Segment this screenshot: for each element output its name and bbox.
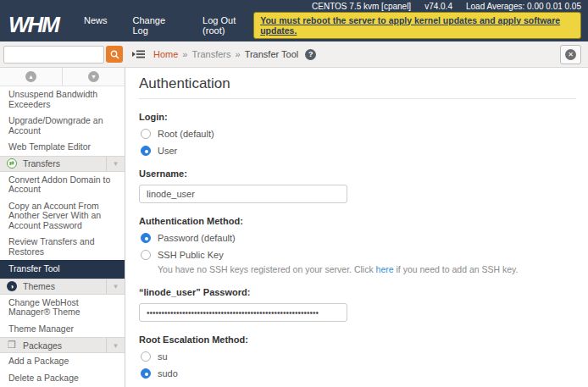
sidebar-item-theme-manager[interactable]: Theme Manager xyxy=(0,321,125,338)
sidebar-item-transfer-tool[interactable]: Transfer Tool xyxy=(0,260,125,279)
sidebar-section-transfers[interactable]: ⇄ Transfers ▾ xyxy=(0,156,125,172)
chevron-down-icon: ▼ xyxy=(88,71,99,82)
top-header: CENTOS 7.5 kvm [cpanel] v74.0.4 Load Ave… xyxy=(0,0,588,41)
nav-log-out[interactable]: Log Out (root) xyxy=(202,15,253,36)
section-divider xyxy=(139,98,576,99)
login-label: Login: xyxy=(139,112,576,122)
reboot-warning-banner[interactable]: You must reboot the server to apply kern… xyxy=(253,12,581,39)
breadcrumb-current: Transfer Tool xyxy=(245,49,299,59)
search-input[interactable] xyxy=(3,46,104,64)
sidebar-item-copy-account[interactable]: Copy an Account From Another Server With… xyxy=(0,198,125,235)
sidebar-item-web-template-editor[interactable]: Web Template Editor xyxy=(0,139,125,156)
ssh-keys-note: You have no SSH keys registered on your … xyxy=(158,264,576,274)
sidebar-item-delete-a-package[interactable]: Delete a Package xyxy=(0,370,125,387)
root-escalation-label: Root Escalation Method: xyxy=(139,334,576,345)
radio-unselected-icon[interactable] xyxy=(141,351,151,362)
add-ssh-key-link[interactable]: here xyxy=(376,264,394,274)
auth-method-label: Authentication Method: xyxy=(139,216,576,226)
sidebar-scroll-up-button[interactable]: ▲ xyxy=(0,68,63,86)
breadcrumb-home[interactable]: Home xyxy=(153,49,178,59)
header-nav: News Change Log Log Out (root) xyxy=(84,15,253,36)
main-panel: Authentication Login: Root (default) Use… xyxy=(125,68,588,387)
breadcrumb-separator: » xyxy=(182,49,187,59)
radio-unselected-icon[interactable] xyxy=(141,129,151,139)
password-input[interactable] xyxy=(139,303,347,322)
method-password-option[interactable]: Password (default) xyxy=(141,233,576,243)
sidebar-item-add-a-package[interactable]: Add a Package xyxy=(0,353,125,370)
whm-version: v74.0.4 xyxy=(424,2,452,12)
search-button[interactable] xyxy=(106,46,123,63)
sidebar-item-unsuspend-bandwidth[interactable]: Unsuspend Bandwidth Exceeders xyxy=(0,86,125,113)
packages-icon: ❒ xyxy=(7,340,17,351)
chevron-up-icon: ▲ xyxy=(25,71,36,82)
nav-change-log[interactable]: Change Log xyxy=(133,15,178,36)
radio-selected-icon[interactable] xyxy=(141,233,151,243)
authentication-title: Authentication xyxy=(139,75,576,92)
nav-news[interactable]: News xyxy=(84,15,108,36)
sidebar-scroll-down-button[interactable]: ▼ xyxy=(63,68,125,86)
login-user-option[interactable]: User xyxy=(141,146,576,156)
help-icon[interactable]: ? xyxy=(305,49,316,60)
server-info-bar: CENTOS 7.5 kvm [cpanel] v74.0.4 Load Ave… xyxy=(0,0,588,12)
close-page-button[interactable]: ✕ xyxy=(560,45,581,64)
themes-icon: ◑ xyxy=(7,281,17,291)
breadcrumb-separator: » xyxy=(236,49,241,59)
method-ssh-option[interactable]: SSH Public Key xyxy=(141,250,576,260)
sidebar: ▲ ▼ Unsuspend Bandwidth Exceeders Upgrad… xyxy=(0,68,125,387)
search-icon xyxy=(110,50,119,59)
radio-unselected-icon[interactable] xyxy=(141,250,151,260)
radio-selected-icon[interactable] xyxy=(141,368,151,379)
chevron-down-icon[interactable]: ▾ xyxy=(106,338,125,352)
breadcrumb-bar: Home » Transfers » Transfer Tool ? ✕ xyxy=(0,41,588,68)
username-input[interactable] xyxy=(139,185,347,203)
sidebar-item-upgrade-downgrade[interactable]: Upgrade/Downgrade an Account xyxy=(0,113,125,139)
username-label: Username: xyxy=(139,169,576,179)
transfers-icon: ⇄ xyxy=(7,158,17,169)
escalation-su-option[interactable]: su xyxy=(141,351,576,362)
chevron-down-icon[interactable]: ▾ xyxy=(106,157,125,171)
collapse-sidebar-icon[interactable] xyxy=(132,49,145,59)
sidebar-item-convert-addon-domain[interactable]: Convert Addon Domain to Account xyxy=(0,172,125,198)
chevron-down-icon[interactable]: ▾ xyxy=(106,279,125,294)
load-averages: Load Averages: 0.00 0.01 0.05 xyxy=(466,2,581,12)
whm-logo[interactable]: WHM xyxy=(8,12,58,38)
sidebar-item-review-transfers[interactable]: Review Transfers and Restores xyxy=(0,234,125,260)
sidebar-section-themes[interactable]: ◑ Themes ▾ xyxy=(0,279,125,295)
password-label: “linode_user” Password: xyxy=(139,287,576,297)
radio-selected-icon[interactable] xyxy=(141,146,151,156)
sidebar-section-packages[interactable]: ❒ Packages ▾ xyxy=(0,337,125,353)
breadcrumb-transfers[interactable]: Transfers xyxy=(191,49,230,59)
login-root-option[interactable]: Root (default) xyxy=(141,129,576,139)
close-icon: ✕ xyxy=(565,49,576,60)
sidebar-item-change-whm-theme[interactable]: Change WebHost Manager® Theme xyxy=(0,295,125,321)
escalation-sudo-option[interactable]: sudo xyxy=(141,368,576,379)
breadcrumb: Home » Transfers » Transfer Tool ? xyxy=(153,49,316,60)
server-host: CENTOS 7.5 kvm [cpanel] xyxy=(312,2,411,12)
